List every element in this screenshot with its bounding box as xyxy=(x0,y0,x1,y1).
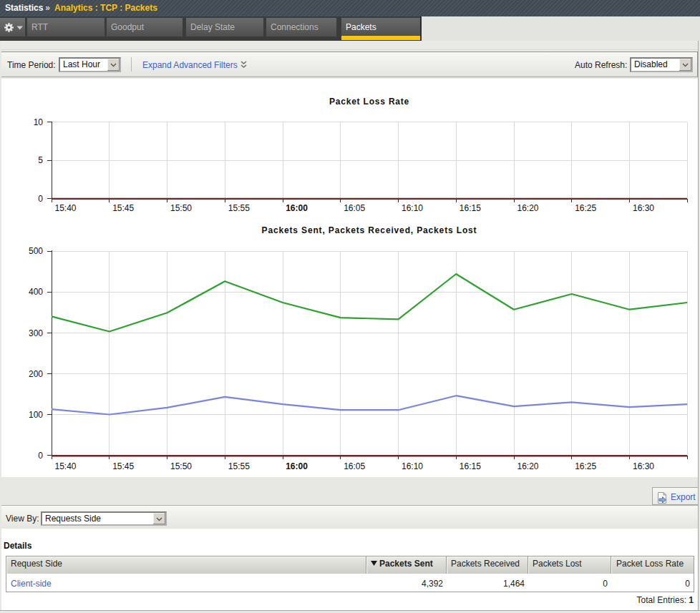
svg-text:200: 200 xyxy=(29,369,43,379)
svg-text:16:30: 16:30 xyxy=(633,203,654,213)
svg-text:16:25: 16:25 xyxy=(575,461,596,471)
svg-text:16:00: 16:00 xyxy=(286,461,308,471)
svg-text:16:25: 16:25 xyxy=(575,203,596,213)
svg-text:16:15: 16:15 xyxy=(460,461,481,471)
svg-text:0: 0 xyxy=(38,451,43,461)
svg-text:Packets Sent, Packets Received: Packets Sent, Packets Received, Packets … xyxy=(262,225,477,235)
svg-text:Packet Loss Rate: Packet Loss Rate xyxy=(329,97,409,107)
svg-text:15:55: 15:55 xyxy=(228,203,250,213)
svg-text:500: 500 xyxy=(29,246,43,256)
svg-text:16:15: 16:15 xyxy=(460,203,481,213)
svg-text:15:45: 15:45 xyxy=(112,461,134,471)
svg-text:15:50: 15:50 xyxy=(170,461,192,471)
svg-text:16:10: 16:10 xyxy=(402,461,423,471)
svg-text:16:00: 16:00 xyxy=(286,203,308,213)
svg-text:16:30: 16:30 xyxy=(633,461,654,471)
svg-text:16:20: 16:20 xyxy=(517,203,538,213)
svg-text:16:05: 16:05 xyxy=(344,461,365,471)
svg-text:16:10: 16:10 xyxy=(402,203,423,213)
svg-text:300: 300 xyxy=(29,328,43,338)
svg-text:0: 0 xyxy=(38,194,43,204)
svg-text:15:55: 15:55 xyxy=(228,461,250,471)
svg-text:16:20: 16:20 xyxy=(517,461,538,471)
svg-text:15:50: 15:50 xyxy=(170,203,192,213)
svg-text:5: 5 xyxy=(38,155,43,165)
svg-text:10: 10 xyxy=(34,117,44,127)
svg-text:15:40: 15:40 xyxy=(54,461,76,471)
svg-text:15:40: 15:40 xyxy=(54,203,76,213)
svg-text:100: 100 xyxy=(29,410,43,420)
svg-text:15:45: 15:45 xyxy=(112,203,134,213)
svg-text:400: 400 xyxy=(29,287,43,297)
svg-text:16:05: 16:05 xyxy=(344,203,365,213)
